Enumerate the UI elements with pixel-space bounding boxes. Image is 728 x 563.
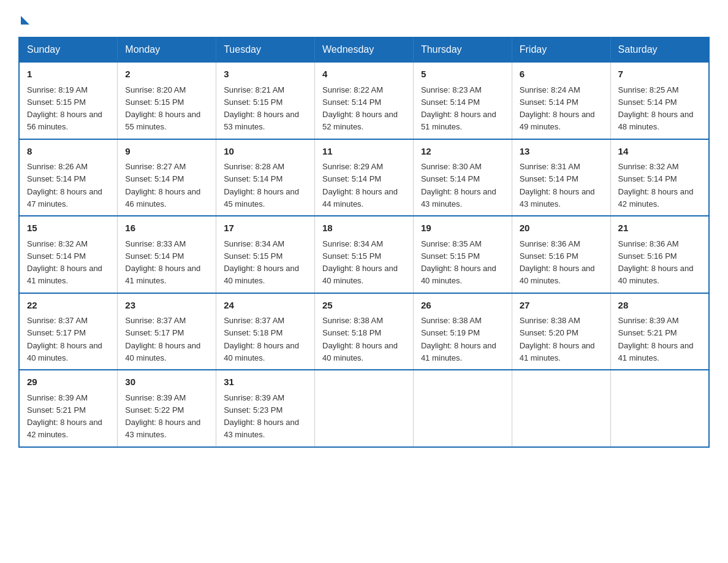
calendar-cell <box>512 370 610 447</box>
calendar-cell: 24 Sunrise: 8:37 AMSunset: 5:18 PMDaylig… <box>216 293 315 370</box>
day-number: 22 <box>27 299 110 313</box>
calendar-cell <box>315 370 414 447</box>
day-number: 24 <box>224 299 307 313</box>
calendar-table: SundayMondayTuesdayWednesdayThursdayFrid… <box>18 37 710 448</box>
day-number: 21 <box>618 221 701 236</box>
weekday-header: Friday <box>512 37 610 62</box>
day-number: 30 <box>125 375 208 389</box>
day-info: Sunrise: 8:31 AMSunset: 5:14 PMDaylight:… <box>520 162 595 209</box>
weekday-header: Tuesday <box>216 37 315 62</box>
day-info: Sunrise: 8:38 AMSunset: 5:18 PMDaylight:… <box>322 316 398 362</box>
calendar-cell: 20 Sunrise: 8:36 AMSunset: 5:16 PMDaylig… <box>512 216 610 293</box>
day-number: 29 <box>27 375 110 389</box>
calendar-cell: 17 Sunrise: 8:34 AMSunset: 5:15 PMDaylig… <box>216 216 315 293</box>
day-info: Sunrise: 8:27 AMSunset: 5:14 PMDaylight:… <box>125 162 200 209</box>
day-info: Sunrise: 8:33 AMSunset: 5:14 PMDaylight:… <box>125 239 200 286</box>
calendar-cell: 7 Sunrise: 8:25 AMSunset: 5:14 PMDayligh… <box>610 62 709 139</box>
day-number: 23 <box>125 299 208 313</box>
calendar-cell: 28 Sunrise: 8:39 AMSunset: 5:21 PMDaylig… <box>610 293 709 370</box>
day-number: 13 <box>520 145 603 159</box>
day-info: Sunrise: 8:23 AMSunset: 5:14 PMDaylight:… <box>421 85 496 132</box>
day-number: 20 <box>520 221 603 236</box>
calendar-cell: 4 Sunrise: 8:22 AMSunset: 5:14 PMDayligh… <box>315 62 414 139</box>
day-info: Sunrise: 8:39 AMSunset: 5:21 PMDaylight:… <box>618 316 694 362</box>
calendar-cell: 10 Sunrise: 8:28 AMSunset: 5:14 PMDaylig… <box>216 139 315 216</box>
day-number: 18 <box>322 221 406 236</box>
calendar-cell: 15 Sunrise: 8:32 AMSunset: 5:14 PMDaylig… <box>19 216 118 293</box>
day-info: Sunrise: 8:39 AMSunset: 5:22 PMDaylight:… <box>125 393 200 440</box>
day-number: 28 <box>618 299 701 313</box>
day-info: Sunrise: 8:38 AMSunset: 5:20 PMDaylight:… <box>520 316 595 362</box>
calendar-week-row: 15 Sunrise: 8:32 AMSunset: 5:14 PMDaylig… <box>19 216 709 293</box>
calendar-cell: 14 Sunrise: 8:32 AMSunset: 5:14 PMDaylig… <box>610 139 709 216</box>
calendar-week-row: 29 Sunrise: 8:39 AMSunset: 5:21 PMDaylig… <box>19 370 709 447</box>
calendar-cell: 6 Sunrise: 8:24 AMSunset: 5:14 PMDayligh… <box>512 62 610 139</box>
calendar-week-row: 1 Sunrise: 8:19 AMSunset: 5:15 PMDayligh… <box>19 62 709 139</box>
day-number: 14 <box>618 145 701 159</box>
day-info: Sunrise: 8:37 AMSunset: 5:17 PMDaylight:… <box>27 316 102 362</box>
day-number: 12 <box>421 145 504 159</box>
day-info: Sunrise: 8:36 AMSunset: 5:16 PMDaylight:… <box>618 239 694 286</box>
calendar-cell: 16 Sunrise: 8:33 AMSunset: 5:14 PMDaylig… <box>118 216 216 293</box>
day-number: 6 <box>520 67 603 82</box>
day-info: Sunrise: 8:37 AMSunset: 5:18 PMDaylight:… <box>224 316 299 362</box>
calendar-cell: 27 Sunrise: 8:38 AMSunset: 5:20 PMDaylig… <box>512 293 610 370</box>
day-number: 8 <box>27 145 110 159</box>
calendar-cell: 31 Sunrise: 8:39 AMSunset: 5:23 PMDaylig… <box>216 370 315 447</box>
day-info: Sunrise: 8:24 AMSunset: 5:14 PMDaylight:… <box>520 85 595 132</box>
calendar-cell: 18 Sunrise: 8:34 AMSunset: 5:15 PMDaylig… <box>315 216 414 293</box>
calendar-week-row: 22 Sunrise: 8:37 AMSunset: 5:17 PMDaylig… <box>19 293 709 370</box>
calendar-week-row: 8 Sunrise: 8:26 AMSunset: 5:14 PMDayligh… <box>19 139 709 216</box>
calendar-cell: 19 Sunrise: 8:35 AMSunset: 5:15 PMDaylig… <box>413 216 512 293</box>
day-number: 26 <box>421 299 504 313</box>
day-number: 7 <box>618 67 701 82</box>
day-info: Sunrise: 8:35 AMSunset: 5:15 PMDaylight:… <box>421 239 496 286</box>
calendar-cell: 1 Sunrise: 8:19 AMSunset: 5:15 PMDayligh… <box>19 62 118 139</box>
day-info: Sunrise: 8:32 AMSunset: 5:14 PMDaylight:… <box>27 239 102 286</box>
day-info: Sunrise: 8:25 AMSunset: 5:14 PMDaylight:… <box>618 85 694 132</box>
day-info: Sunrise: 8:19 AMSunset: 5:15 PMDaylight:… <box>27 85 102 132</box>
day-info: Sunrise: 8:39 AMSunset: 5:21 PMDaylight:… <box>27 393 102 440</box>
calendar-cell: 13 Sunrise: 8:31 AMSunset: 5:14 PMDaylig… <box>512 139 610 216</box>
logo-triangle-icon <box>21 16 29 25</box>
weekday-header: Sunday <box>19 37 118 62</box>
calendar-cell: 9 Sunrise: 8:27 AMSunset: 5:14 PMDayligh… <box>118 139 216 216</box>
weekday-header: Saturday <box>610 37 709 62</box>
calendar-cell: 25 Sunrise: 8:38 AMSunset: 5:18 PMDaylig… <box>315 293 414 370</box>
day-info: Sunrise: 8:37 AMSunset: 5:17 PMDaylight:… <box>125 316 200 362</box>
day-info: Sunrise: 8:30 AMSunset: 5:14 PMDaylight:… <box>421 162 496 209</box>
day-info: Sunrise: 8:21 AMSunset: 5:15 PMDaylight:… <box>224 85 299 132</box>
day-number: 19 <box>421 221 504 236</box>
weekday-header: Wednesday <box>315 37 414 62</box>
calendar-cell: 5 Sunrise: 8:23 AMSunset: 5:14 PMDayligh… <box>413 62 512 139</box>
calendar-cell: 3 Sunrise: 8:21 AMSunset: 5:15 PMDayligh… <box>216 62 315 139</box>
calendar-cell: 21 Sunrise: 8:36 AMSunset: 5:16 PMDaylig… <box>610 216 709 293</box>
calendar-cell: 30 Sunrise: 8:39 AMSunset: 5:22 PMDaylig… <box>118 370 216 447</box>
weekday-header: Thursday <box>413 37 512 62</box>
day-number: 4 <box>322 67 406 82</box>
day-info: Sunrise: 8:28 AMSunset: 5:14 PMDaylight:… <box>224 162 299 209</box>
day-info: Sunrise: 8:39 AMSunset: 5:23 PMDaylight:… <box>224 393 299 440</box>
day-number: 15 <box>27 221 110 236</box>
calendar-cell: 23 Sunrise: 8:37 AMSunset: 5:17 PMDaylig… <box>118 293 216 370</box>
day-number: 31 <box>224 375 307 389</box>
day-info: Sunrise: 8:36 AMSunset: 5:16 PMDaylight:… <box>520 239 595 286</box>
day-number: 16 <box>125 221 208 236</box>
day-number: 27 <box>520 299 603 313</box>
day-number: 25 <box>322 299 406 313</box>
calendar-cell: 12 Sunrise: 8:30 AMSunset: 5:14 PMDaylig… <box>413 139 512 216</box>
calendar-cell: 8 Sunrise: 8:26 AMSunset: 5:14 PMDayligh… <box>19 139 118 216</box>
day-number: 17 <box>224 221 307 236</box>
day-info: Sunrise: 8:29 AMSunset: 5:14 PMDaylight:… <box>322 162 398 209</box>
day-number: 2 <box>125 67 208 82</box>
day-number: 11 <box>322 145 406 159</box>
calendar-cell <box>413 370 512 447</box>
logo <box>18 12 29 25</box>
weekday-header: Monday <box>118 37 216 62</box>
day-info: Sunrise: 8:34 AMSunset: 5:15 PMDaylight:… <box>224 239 299 286</box>
day-number: 5 <box>421 67 504 82</box>
day-number: 3 <box>224 67 307 82</box>
day-info: Sunrise: 8:34 AMSunset: 5:15 PMDaylight:… <box>322 239 398 286</box>
day-number: 9 <box>125 145 208 159</box>
day-number: 1 <box>27 67 110 82</box>
